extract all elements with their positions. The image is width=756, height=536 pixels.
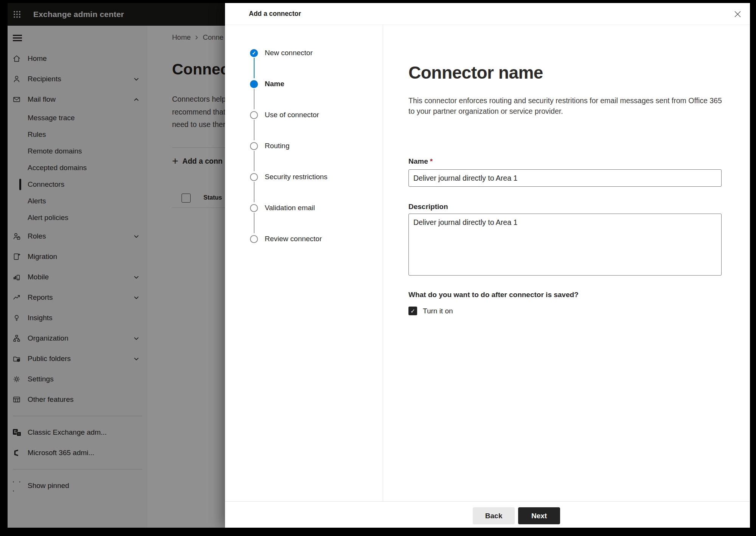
step-upcoming-icon bbox=[250, 204, 258, 212]
required-asterisk: * bbox=[430, 157, 433, 165]
name-input[interactable] bbox=[408, 169, 722, 187]
turn-it-on-label: Turn it on bbox=[423, 307, 453, 315]
step-connector-line bbox=[254, 120, 255, 140]
modal-title: Add a connector bbox=[249, 10, 301, 18]
step-upcoming-icon bbox=[250, 142, 258, 150]
description-field-label: Description bbox=[408, 203, 448, 211]
step-connector-line bbox=[254, 58, 255, 78]
back-button[interactable]: Back bbox=[473, 507, 515, 524]
wizard-steps-panel: ✓ New connector Name Use of connector Ro… bbox=[225, 25, 383, 502]
close-button[interactable] bbox=[733, 9, 742, 19]
after-save-question: What do you want to do after connector i… bbox=[408, 291, 579, 299]
step-connector-line bbox=[254, 89, 255, 109]
step-current-icon bbox=[250, 80, 258, 88]
step-upcoming-icon bbox=[250, 235, 258, 243]
pane-heading: Connector name bbox=[408, 62, 543, 83]
add-connector-modal: Add a connector ✓ New connector Name bbox=[225, 3, 750, 528]
step-upcoming-icon bbox=[250, 111, 258, 119]
close-icon bbox=[734, 11, 741, 17]
connector-name-pane: Connector name This connector enforces r… bbox=[383, 25, 750, 502]
name-field-label: Name* bbox=[408, 157, 433, 166]
exchange-admin-app: Exchange admin center Home Recipients Ma… bbox=[8, 3, 750, 528]
turn-it-on-checkbox-row[interactable]: ✓ Turn it on bbox=[408, 307, 453, 315]
pane-description: This connector enforces routing and secu… bbox=[408, 96, 722, 116]
checkbox-checked-icon[interactable]: ✓ bbox=[408, 307, 417, 315]
next-button[interactable]: Next bbox=[518, 507, 560, 524]
modal-body: ✓ New connector Name Use of connector Ro… bbox=[225, 25, 750, 502]
modal-header: Add a connector bbox=[225, 3, 750, 25]
step-connector-line bbox=[254, 213, 255, 233]
modal-footer: Back Next bbox=[225, 501, 750, 528]
step-complete-icon: ✓ bbox=[250, 49, 258, 57]
description-textarea[interactable]: Deliver journal directly to Area 1 bbox=[408, 214, 722, 276]
step-connector-line bbox=[254, 182, 255, 202]
step-upcoming-icon bbox=[250, 173, 258, 181]
step-connector-line bbox=[254, 151, 255, 171]
